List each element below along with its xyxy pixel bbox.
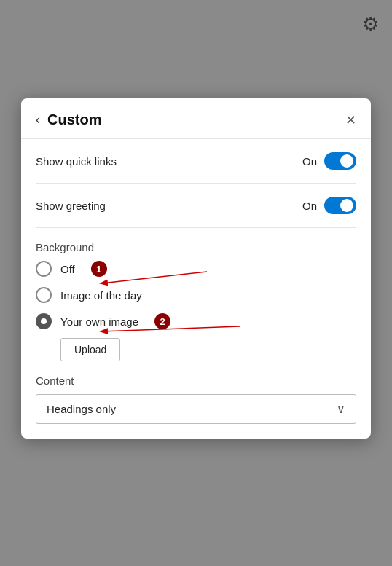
dialog-header: ‹ Custom ✕ xyxy=(21,98,371,139)
content-dropdown-value: Headings only xyxy=(47,403,116,415)
radio-row-off: Off 1 xyxy=(36,261,356,277)
radio-image-of-day[interactable] xyxy=(36,287,52,303)
quick-links-toggle[interactable] xyxy=(324,152,356,170)
dialog-body: Show quick links On Show greeting On Ba xyxy=(21,139,371,439)
greeting-toggle[interactable] xyxy=(324,197,356,214)
dialog-title: Custom xyxy=(47,111,345,128)
background-radio-group: Off 1 Image of the day Your own image 2 xyxy=(36,261,356,332)
greeting-toggle-group: On xyxy=(302,197,356,214)
upload-button[interactable]: Upload xyxy=(60,338,120,361)
custom-dialog: ‹ Custom ✕ Show quick links On Show gree… xyxy=(21,98,371,439)
badge-2: 2 xyxy=(154,313,170,329)
radio-row-own-image: Your own image 2 xyxy=(36,313,356,329)
quick-links-toggle-text: On xyxy=(302,155,317,168)
radio-own-image[interactable] xyxy=(36,313,52,329)
content-dropdown[interactable]: Headings only ∨ xyxy=(36,394,356,424)
greeting-toggle-text: On xyxy=(302,200,317,212)
chevron-down-icon: ∨ xyxy=(337,402,345,416)
radio-off-label: Off xyxy=(60,263,75,275)
gear-icon[interactable]: ⚙ xyxy=(362,13,379,36)
background-options-container: Off 1 Image of the day Your own image 2 xyxy=(36,261,356,332)
radio-off[interactable] xyxy=(36,261,52,277)
radio-image-of-day-label: Image of the day xyxy=(60,289,142,302)
upload-container: Upload xyxy=(36,332,356,361)
radio-own-image-label: Your own image xyxy=(60,315,138,328)
back-button[interactable]: ‹ xyxy=(36,112,40,127)
content-section-title: Content xyxy=(36,361,356,394)
close-button[interactable]: ✕ xyxy=(345,114,356,127)
quick-links-label: Show quick links xyxy=(36,155,117,168)
greeting-label: Show greeting xyxy=(36,200,106,212)
greeting-row: Show greeting On xyxy=(36,184,356,228)
radio-row-image-of-day: Image of the day xyxy=(36,287,356,303)
quick-links-toggle-group: On xyxy=(302,152,356,170)
quick-links-row: Show quick links On xyxy=(36,139,356,184)
background-section-title: Background xyxy=(36,228,356,261)
badge-1: 1 xyxy=(91,261,107,277)
